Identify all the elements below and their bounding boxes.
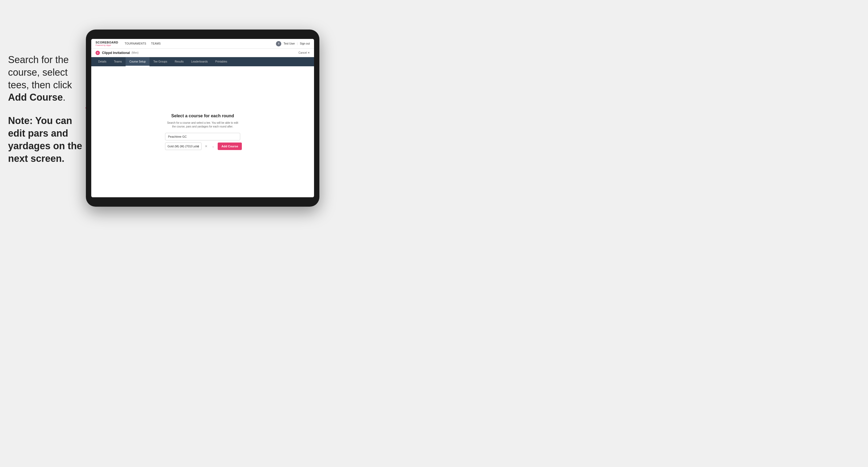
instruction-text-2: Note: You can edit pars and yardages on … [8,115,86,165]
tournament-badge: (Men) [131,51,138,54]
tab-results[interactable]: Results [171,57,187,66]
nav-separator: | [297,42,298,45]
add-course-button[interactable]: Add Course [218,143,242,150]
tablet-device: SCOREBOARD Powered by clippd TOURNAMENTS… [86,30,319,207]
nav-links: TOURNAMENTS TEAMS [125,42,276,45]
user-avatar: T [276,41,281,46]
nav-teams[interactable]: TEAMS [151,42,161,45]
tablet-screen: SCOREBOARD Powered by clippd TOURNAMENTS… [91,39,314,197]
main-content: Select a course for each round Search fo… [91,66,314,197]
tee-clear-icon[interactable]: ✕ [204,145,209,148]
course-select-panel: Select a course for each round Search fo… [165,114,240,150]
tab-tee-groups[interactable]: Tee Groups [150,57,171,66]
course-search-input[interactable] [165,133,240,141]
tee-chevron-icon[interactable]: ⌄ [211,145,216,148]
tournament-header: C Clippd Invitational (Men) Cancel ✕ [91,49,314,57]
instruction-note: Note: You can edit pars and yardages on … [8,115,82,164]
tab-printables[interactable]: Printables [212,57,231,66]
tab-teams[interactable]: Teams [110,57,126,66]
tab-bar: Details Teams Course Setup Tee Groups Re… [91,57,314,66]
user-name: Test User [283,42,295,45]
instruction-panel: Search for the course, select tees, then… [8,54,86,176]
top-navbar: SCOREBOARD Powered by clippd TOURNAMENTS… [91,39,314,49]
tournament-icon: C [96,51,100,55]
tee-select[interactable]: Gold (M) (M) (7010 yds) [165,143,202,150]
nav-tournaments[interactable]: TOURNAMENTS [125,42,146,45]
panel-description: Search for a course and select a tee. Yo… [165,121,240,129]
tee-select-row: Gold (M) (M) (7010 yds) ✕ ⌄ Add Course [165,143,240,150]
tournament-name: Clippd Invitational [102,51,130,55]
instruction-bold: Add Course [8,92,63,103]
cancel-button[interactable]: Cancel ✕ [299,51,310,54]
panel-title: Select a course for each round [165,114,240,118]
tab-leaderboards[interactable]: Leaderboards [187,57,212,66]
instruction-text-1: Search for the course, select tees, then… [8,54,86,104]
logo-sub: Powered by clippd [96,44,118,46]
sign-out-link[interactable]: Sign out [300,42,310,45]
top-nav-right: T Test User | Sign out [276,41,310,46]
tab-details[interactable]: Details [94,57,110,66]
tab-course-setup[interactable]: Course Setup [126,57,150,66]
logo-text: SCOREBOARD [96,41,118,44]
logo-area: SCOREBOARD Powered by clippd [96,41,118,46]
